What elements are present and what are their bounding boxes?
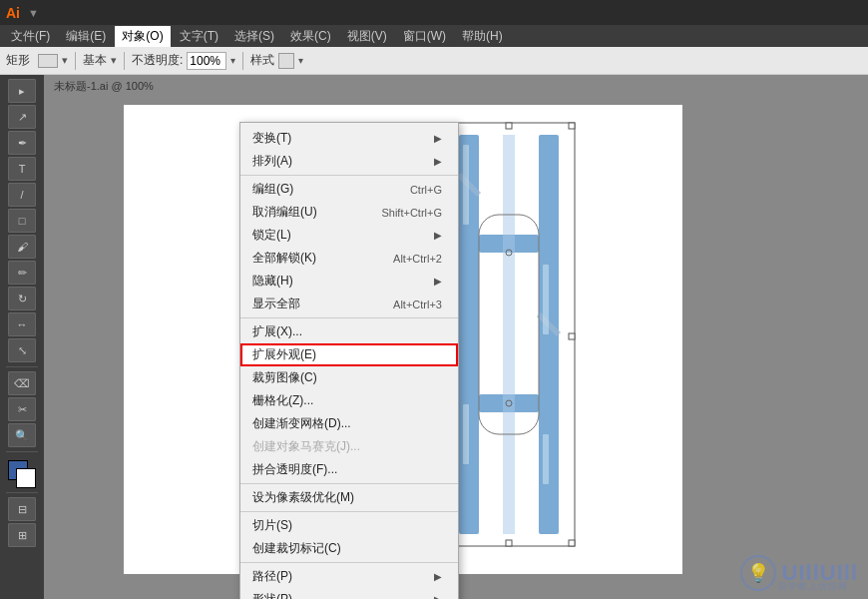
tool-rotate[interactable]: ↻ bbox=[8, 287, 36, 310]
dd-item-label-0-1: 排列(A) bbox=[252, 153, 292, 170]
dd-item-label-0-0: 变换(T) bbox=[252, 130, 291, 147]
tool-shape[interactable]: □ bbox=[8, 209, 36, 233]
dd-item-2-2[interactable]: 裁剪图像(C) bbox=[240, 366, 458, 389]
tool-zoom[interactable]: 🔍 bbox=[8, 423, 36, 447]
dd-item-1-1[interactable]: 取消编组(U)Shift+Ctrl+G bbox=[240, 201, 458, 224]
tool-separator-1 bbox=[6, 366, 38, 367]
menu-section-4: 切片(S)创建裁切标记(C) bbox=[240, 512, 458, 563]
tool-line[interactable]: / bbox=[8, 183, 36, 207]
toolbar-separator-1 bbox=[75, 52, 76, 70]
style-label: 样式 bbox=[250, 52, 274, 69]
dd-item-label-5-1: 形状(P) bbox=[252, 591, 292, 599]
dd-item-3-0[interactable]: 设为像素级优化(M) bbox=[240, 486, 458, 509]
dd-item-label-1-1: 取消编组(U) bbox=[252, 204, 317, 221]
dd-item-5-1[interactable]: 形状(P)▶ bbox=[240, 588, 458, 599]
mode-dropdown[interactable]: ▾ bbox=[111, 54, 117, 67]
menu-text[interactable]: 文字(T) bbox=[173, 26, 225, 47]
tool-brush[interactable]: 🖌 bbox=[8, 235, 36, 259]
tool-eraser[interactable]: ⌫ bbox=[8, 371, 36, 395]
dd-item-1-2[interactable]: 锁定(L)▶ bbox=[240, 224, 458, 247]
tool-pencil[interactable]: ✏ bbox=[8, 261, 36, 285]
dd-item-0-1[interactable]: 排列(A)▶ bbox=[240, 150, 458, 173]
style-preview[interactable] bbox=[278, 53, 294, 69]
dd-item-2-4[interactable]: 创建渐变网格(D)... bbox=[240, 412, 458, 435]
tool-extra2[interactable]: ⊞ bbox=[8, 523, 36, 547]
dd-item-label-2-6: 拼合透明度(F)... bbox=[252, 461, 337, 478]
canvas-area[interactable]: 未标题-1.ai @ 100% bbox=[44, 75, 868, 599]
opacity-input[interactable] bbox=[187, 52, 226, 70]
dd-item-1-5[interactable]: 显示全部Alt+Ctrl+3 bbox=[240, 293, 458, 315]
dd-item-arrow-5-1: ▶ bbox=[434, 594, 442, 599]
dd-item-label-2-4: 创建渐变网格(D)... bbox=[252, 415, 351, 432]
mode-label: 基本 bbox=[83, 52, 107, 69]
background-color[interactable] bbox=[16, 468, 36, 488]
opacity-arrow[interactable]: ▾ bbox=[230, 55, 235, 66]
menu-view[interactable]: 视图(V) bbox=[340, 26, 394, 47]
dd-item-label-1-4: 隐藏(H) bbox=[252, 273, 293, 290]
dd-item-1-4[interactable]: 隐藏(H)▶ bbox=[240, 270, 458, 293]
main-area: ▸ ↗ ✒ T / □ 🖌 ✏ ↻ ↔ ⤡ ⌫ ✂ 🔍 ⊟ ⊞ 未标题-1.ai… bbox=[0, 75, 868, 599]
dd-item-2-0[interactable]: 扩展(X)... bbox=[240, 320, 458, 343]
dd-item-5-0[interactable]: 路径(P)▶ bbox=[240, 565, 458, 588]
window-controls: ▼ bbox=[28, 7, 39, 19]
menu-section-3: 设为像素级优化(M) bbox=[240, 484, 458, 512]
menu-object[interactable]: 对象(O) bbox=[115, 26, 170, 47]
style-arrow[interactable]: ▾ bbox=[298, 55, 303, 66]
watermark-sub: 自学教上优佳网 bbox=[778, 580, 848, 593]
dd-item-label-5-0: 路径(P) bbox=[252, 568, 292, 585]
svg-rect-16 bbox=[463, 145, 469, 225]
svg-rect-7 bbox=[506, 540, 512, 546]
dd-item-2-6[interactable]: 拼合透明度(F)... bbox=[240, 458, 458, 481]
svg-rect-5 bbox=[569, 333, 575, 339]
dd-item-arrow-1-2: ▶ bbox=[434, 230, 442, 241]
dd-item-label-2-2: 裁剪图像(C) bbox=[252, 369, 317, 386]
tool-select[interactable]: ▸ bbox=[8, 79, 36, 103]
tool-type[interactable]: T bbox=[8, 157, 36, 181]
artwork-svg bbox=[443, 115, 583, 554]
watermark-icon: 💡 bbox=[740, 555, 776, 591]
dd-item-label-1-0: 编组(G) bbox=[252, 181, 293, 198]
svg-rect-8 bbox=[569, 540, 575, 546]
dd-item-arrow-0-1: ▶ bbox=[434, 156, 442, 167]
svg-rect-19 bbox=[543, 434, 549, 484]
shape-preview[interactable] bbox=[38, 54, 58, 68]
tool-direct-select[interactable]: ↗ bbox=[8, 105, 36, 129]
tool-pen[interactable]: ✒ bbox=[8, 131, 36, 155]
object-dropdown-menu: 变换(T)▶排列(A)▶编组(G)Ctrl+G取消编组(U)Shift+Ctrl… bbox=[239, 122, 459, 599]
dd-item-arrow-5-0: ▶ bbox=[434, 571, 442, 582]
dd-item-4-1[interactable]: 创建裁切标记(C) bbox=[240, 537, 458, 560]
canvas-title: 未标题-1.ai @ 100% bbox=[54, 79, 154, 94]
dd-item-1-0[interactable]: 编组(G)Ctrl+G bbox=[240, 178, 458, 201]
dd-item-label-2-3: 栅格化(Z)... bbox=[252, 392, 313, 409]
menu-file[interactable]: 文件(F) bbox=[4, 26, 57, 47]
dd-item-label-1-2: 锁定(L) bbox=[252, 227, 291, 244]
tool-separator-2 bbox=[6, 451, 38, 452]
tool-scissors[interactable]: ✂ bbox=[8, 397, 36, 421]
dd-item-2-1[interactable]: 扩展外观(E) bbox=[240, 343, 458, 366]
tool-extra1[interactable]: ⊟ bbox=[8, 497, 36, 521]
toolbar-separator-3 bbox=[242, 52, 243, 70]
tool-scale[interactable]: ⤡ bbox=[8, 338, 36, 362]
dd-item-arrow-1-4: ▶ bbox=[434, 276, 442, 287]
menu-effect[interactable]: 效果(C) bbox=[283, 26, 338, 47]
tool-mirror[interactable]: ↔ bbox=[8, 312, 36, 336]
menu-select[interactable]: 选择(S) bbox=[227, 26, 281, 47]
dd-item-shortcut-1-0: Ctrl+G bbox=[410, 184, 442, 196]
svg-rect-18 bbox=[543, 265, 549, 334]
color-box bbox=[8, 460, 36, 488]
dd-item-shortcut-1-3: Alt+Ctrl+2 bbox=[393, 253, 442, 265]
dd-item-1-3[interactable]: 全部解锁(K)Alt+Ctrl+2 bbox=[240, 247, 458, 270]
title-bar: Ai ▼ bbox=[0, 0, 868, 25]
dd-item-0-0[interactable]: 变换(T)▶ bbox=[240, 127, 458, 150]
dd-item-4-0[interactable]: 切片(S) bbox=[240, 514, 458, 537]
svg-rect-2 bbox=[506, 123, 512, 129]
dd-item-2-3[interactable]: 栅格化(Z)... bbox=[240, 389, 458, 412]
dd-item-label-2-0: 扩展(X)... bbox=[252, 323, 302, 340]
dd-item-label-3-0: 设为像素级优化(M) bbox=[252, 489, 354, 506]
menu-section-5: 路径(P)▶形状(P)▶图案(E)混合(B)封套扭曲(V)▶透视(P)▶ bbox=[240, 563, 458, 599]
menu-edit[interactable]: 编辑(E) bbox=[59, 26, 113, 47]
menu-window[interactable]: 窗口(W) bbox=[396, 26, 453, 47]
menu-help[interactable]: 帮助(H) bbox=[455, 26, 510, 47]
toolbar: 矩形 ▾ 基本 ▾ 不透明度: ▾ 样式 ▾ bbox=[0, 47, 868, 75]
dd-item-label-2-5: 创建对象马赛克(J)... bbox=[252, 438, 360, 455]
